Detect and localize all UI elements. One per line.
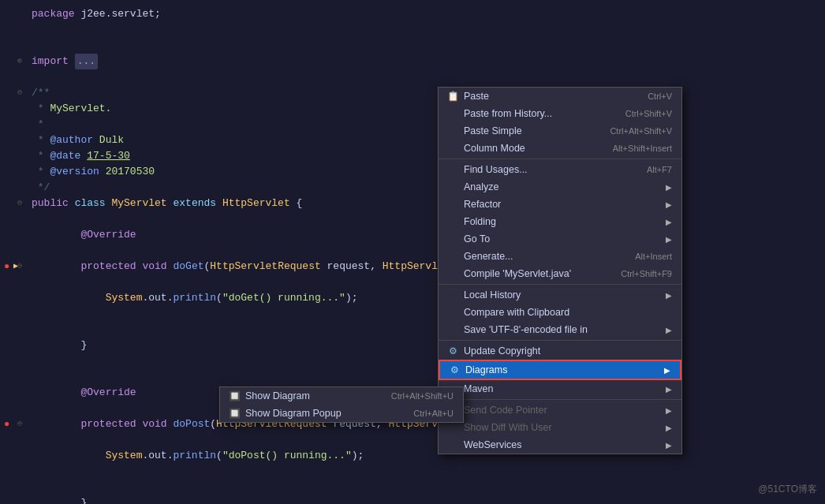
context-menu: 📋 Paste Ctrl+V Paste from History... Ctr…	[438, 87, 682, 454]
code-line-6: * MyServlet.	[0, 101, 825, 117]
analyze-item[interactable]: Analyze ▶	[439, 178, 681, 196]
refactor-label: Refactor	[464, 199, 501, 210]
local-history-arrow: ▶	[666, 291, 672, 300]
show-diagram-popup-item[interactable]: 🔲 Show Diagram Popup Ctrl+Alt+U	[220, 405, 463, 422]
maven-label: Maven	[464, 383, 494, 394]
go-to-icon	[446, 233, 459, 245]
paste-simple-label: Paste Simple	[464, 125, 522, 136]
show-diagram-shortcut: Ctrl+Alt+Shift+U	[391, 391, 454, 401]
separator-2	[439, 284, 681, 285]
show-diagram-popup-shortcut: Ctrl+Alt+U	[413, 409, 454, 418]
show-diagram-popup-icon: 🔲	[228, 407, 241, 420]
column-mode-icon	[446, 142, 459, 155]
paste-history-icon	[446, 107, 459, 120]
watermark: @51CTO博客	[758, 483, 817, 496]
compare-clipboard-label: Compare with Clipboard	[464, 307, 569, 318]
separator-1	[439, 159, 681, 159]
find-usages-item[interactable]: Find Usages... Alt+F7	[439, 161, 681, 178]
webservices-icon	[446, 439, 459, 451]
code-line-10: * @version 20170530	[0, 164, 825, 180]
save-encoded-item[interactable]: Save 'UTF-8'-encoded file in ▶	[439, 321, 681, 338]
generate-item[interactable]: Generate... Alt+Insert	[439, 248, 681, 265]
paste-history-shortcut: Ctrl+Shift+V	[625, 109, 672, 118]
go-to-item[interactable]: Go To ▶	[439, 230, 681, 248]
compile-shortcut: Ctrl+Shift+F9	[621, 269, 672, 278]
refactor-icon	[446, 198, 459, 211]
paste-item[interactable]: 📋 Paste Ctrl+V	[439, 88, 681, 105]
local-history-label: Local History	[464, 289, 521, 301]
code-line-13: @Override	[0, 227, 825, 259]
compile-item[interactable]: Compile 'MyServlet.java' Ctrl+Shift+F9	[439, 265, 681, 282]
column-mode-item[interactable]: Column Mode Alt+Shift+Insert	[439, 140, 681, 157]
send-code-pointer-arrow: ▶	[666, 406, 672, 415]
webservices-label: WebServices	[464, 439, 521, 450]
show-diff-user-arrow: ▶	[666, 424, 672, 432]
paste-simple-item[interactable]: Paste Simple Ctrl+Alt+Shift+V	[439, 122, 681, 140]
code-editor: package j2ee.servlet; ⊕ import ... ⊖ /**…	[0, 0, 825, 504]
show-diagram-icon: 🔲	[228, 390, 241, 402]
send-code-pointer-label: Send Code Pointer	[464, 405, 547, 416]
diagrams-label: Diagrams	[465, 364, 508, 375]
analyze-label: Analyze	[464, 181, 498, 192]
show-diff-user-label: Show Diff With User	[464, 422, 552, 433]
show-diagram-item[interactable]: 🔲 Show Diagram Ctrl+Alt+Shift+U	[220, 387, 463, 405]
code-line-4	[0, 69, 825, 85]
save-encoded-arrow: ▶	[666, 326, 672, 334]
code-line-1: package j2ee.servlet;	[0, 6, 825, 38]
update-copyright-item[interactable]: ⚙ Update Copyright	[439, 342, 681, 360]
update-copyright-icon: ⚙	[446, 345, 459, 357]
compare-clipboard-item[interactable]: Compare with Clipboard	[439, 304, 681, 321]
webservices-item[interactable]: WebServices ▶	[439, 436, 681, 454]
diagrams-submenu: 🔲 Show Diagram Ctrl+Alt+Shift+U 🔲 Show D…	[219, 386, 464, 423]
go-to-label: Go To	[464, 233, 490, 245]
save-encoded-icon	[446, 323, 459, 336]
folding-arrow: ▶	[666, 218, 672, 226]
paste-history-label: Paste from History...	[464, 108, 552, 119]
separator-4	[439, 399, 681, 400]
maven-item[interactable]: Maven ▶	[439, 380, 681, 398]
code-line-14: ● ▶ ⊖ protected void doGet(HttpServletRe…	[0, 259, 825, 290]
code-line-7: *	[0, 117, 825, 133]
code-line-11: */	[0, 180, 825, 196]
code-line-5: ⊖ /**	[0, 85, 825, 101]
code-line-15: System.out.println("doGet() running...")…	[0, 290, 825, 322]
paste-icon: 📋	[446, 90, 459, 103]
folding-item[interactable]: Folding ▶	[439, 213, 681, 230]
show-diagram-popup-label: Show Diagram Popup	[245, 408, 342, 419]
compile-label: Compile 'MyServlet.java'	[464, 268, 571, 279]
paste-history-item[interactable]: Paste from History... Ctrl+Shift+V	[439, 105, 681, 122]
compare-clipboard-icon	[446, 306, 459, 319]
update-copyright-label: Update Copyright	[464, 345, 540, 357]
code-line-21: }	[0, 480, 825, 504]
go-to-arrow: ▶	[666, 235, 672, 244]
code-line-8: * @author Dulk	[0, 133, 825, 148]
code-line-12: ⊖ public class MyServlet extends HttpSer…	[0, 196, 825, 227]
webservices-arrow: ▶	[666, 441, 672, 450]
folding-label: Folding	[464, 216, 496, 227]
show-diagram-label: Show Diagram	[245, 390, 310, 401]
refactor-arrow: ▶	[666, 200, 672, 209]
analyze-arrow: ▶	[666, 183, 672, 192]
code-line-9: * @date 17-5-30	[0, 148, 825, 164]
find-usages-shortcut: Alt+F7	[647, 165, 672, 174]
generate-shortcut: Alt+Insert	[635, 252, 672, 261]
generate-label: Generate...	[464, 251, 513, 262]
save-encoded-label: Save 'UTF-8'-encoded file in	[464, 324, 588, 335]
diagrams-icon: ⚙	[448, 364, 461, 376]
maven-arrow: ▶	[666, 385, 672, 394]
refactor-item[interactable]: Refactor ▶	[439, 196, 681, 213]
find-usages-icon	[446, 163, 459, 176]
show-diff-user-icon	[446, 421, 459, 434]
paste-shortcut: Ctrl+V	[648, 91, 672, 101]
code-line-17	[0, 369, 825, 385]
diagrams-item[interactable]: ⚙ Diagrams ▶	[439, 360, 681, 380]
show-diff-user-item: Show Diff With User ▶	[439, 419, 681, 436]
local-history-item[interactable]: Local History ▶	[439, 286, 681, 304]
column-mode-shortcut: Alt+Shift+Insert	[613, 144, 672, 153]
paste-simple-icon	[446, 125, 459, 137]
paste-label: Paste	[464, 91, 489, 102]
code-line-16: }	[0, 322, 825, 369]
code-line-2	[0, 38, 825, 54]
code-line-3: ⊕ import ...	[0, 54, 825, 69]
local-history-icon	[446, 289, 459, 301]
